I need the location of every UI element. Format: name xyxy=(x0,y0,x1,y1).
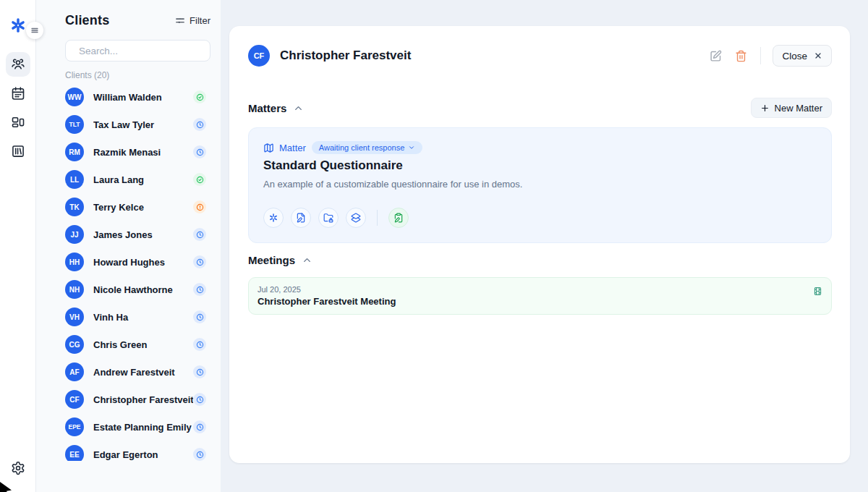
search-input[interactable] xyxy=(79,46,207,56)
edit-client-button[interactable] xyxy=(708,48,723,64)
client-avatar: JJ xyxy=(65,225,84,244)
filter-sliders-icon xyxy=(175,16,185,26)
client-avatar: CG xyxy=(65,335,84,354)
users-icon xyxy=(11,57,25,72)
check-circle-icon xyxy=(196,93,204,101)
client-name: Razmik Menasi xyxy=(93,147,193,158)
status-alert-icon xyxy=(193,200,206,213)
client-avatar: HH xyxy=(65,253,84,271)
clock-icon xyxy=(196,423,204,431)
client-row[interactable]: NH Nicole Hawthorne xyxy=(65,276,210,303)
client-name: Tax Law Tyler xyxy=(93,119,193,130)
matters-title: Matters xyxy=(248,102,286,114)
matter-action-layers[interactable] xyxy=(346,208,366,228)
edit-pencil-icon xyxy=(710,50,722,62)
client-row[interactable]: CF Christopher Farestveit xyxy=(65,386,210,413)
matter-description: An example of a customizable questionnai… xyxy=(263,179,817,190)
app-window: Clients Filter Clients (20) WW William W… xyxy=(0,0,868,492)
boards-icon xyxy=(11,115,25,130)
clients-sidebar: Clients Filter Clients (20) WW William W… xyxy=(36,0,221,492)
sidebar-title: Clients xyxy=(65,13,109,28)
client-name: Chris Green xyxy=(93,339,193,350)
matter-action-folder-lock[interactable] xyxy=(318,208,339,228)
client-row[interactable]: LL Laura Lang xyxy=(65,166,210,193)
matter-meta-row: Matter Awaiting client response xyxy=(263,141,817,154)
client-avatar: TK xyxy=(65,198,84,216)
client-list: WW William Walden TLT Tax Law Tyler RM R… xyxy=(65,83,210,461)
matter-type-label: Matter xyxy=(279,143,306,153)
matters-section-header: Matters New Matter xyxy=(248,98,832,118)
chevron-down-icon xyxy=(408,144,415,151)
clients-count-label: Clients (20) xyxy=(65,70,210,80)
status-pending-icon xyxy=(193,255,206,268)
client-avatar: TLT xyxy=(65,115,84,134)
status-done-icon xyxy=(193,90,206,103)
client-name: Christopher Farestveit xyxy=(93,394,193,405)
matter-card[interactable]: Matter Awaiting client response Standard… xyxy=(248,127,832,243)
calendar-icon xyxy=(11,86,25,101)
client-row[interactable]: WW William Walden xyxy=(65,83,210,111)
rail-item-settings[interactable] xyxy=(6,456,30,480)
client-row[interactable]: EE Edgar Egerton xyxy=(65,441,210,461)
clock-icon xyxy=(196,231,204,239)
client-name: Vinh Ha xyxy=(93,312,193,323)
sidebar-collapse-button[interactable] xyxy=(26,22,43,39)
meeting-date: Jul 20, 2025 xyxy=(258,285,396,294)
mouse-cursor xyxy=(0,480,14,492)
action-divider xyxy=(377,210,378,226)
rail-item-clients[interactable] xyxy=(6,52,30,77)
rail-bottom xyxy=(6,456,30,480)
meeting-info: Jul 20, 2025 Christopher Farestveit Meet… xyxy=(258,284,396,308)
chevron-up-icon[interactable] xyxy=(293,103,304,114)
sidebar-header: Clients Filter xyxy=(65,13,210,28)
status-pending-icon xyxy=(193,420,206,433)
matter-status-label: Awaiting client response xyxy=(319,143,404,152)
client-row[interactable]: VH Vinh Ha xyxy=(65,303,210,331)
rail-item-library[interactable] xyxy=(6,139,30,164)
matter-action-file-edit[interactable] xyxy=(291,208,311,228)
delete-client-button[interactable] xyxy=(733,48,749,64)
meeting-card[interactable]: Jul 20, 2025 Christopher Farestveit Meet… xyxy=(248,277,832,315)
client-row[interactable]: TLT Tax Law Tyler xyxy=(65,111,210,138)
filter-button[interactable]: Filter xyxy=(175,15,210,26)
client-name: Edgar Egerton xyxy=(93,449,193,460)
matter-action-app-logo[interactable] xyxy=(263,208,284,228)
client-row[interactable]: JJ James Jones xyxy=(65,221,210,248)
client-name: Howard Hughes xyxy=(93,257,193,268)
client-row[interactable]: HH Howard Hughes xyxy=(65,248,210,276)
gear-icon xyxy=(11,461,25,475)
clock-icon xyxy=(196,341,204,349)
filter-label: Filter xyxy=(190,15,210,26)
clock-icon xyxy=(196,451,204,459)
clock-icon xyxy=(196,286,204,294)
new-matter-button[interactable]: New Matter xyxy=(751,98,832,118)
client-name: Andrew Farestveit xyxy=(93,367,193,378)
status-pending-icon xyxy=(193,338,206,351)
meeting-title: Christopher Farestveit Meeting xyxy=(258,296,396,307)
status-pending-icon xyxy=(193,228,206,241)
client-row[interactable]: AF Andrew Farestveit xyxy=(65,358,210,386)
client-avatar: AF xyxy=(65,362,84,381)
matter-status-pill[interactable]: Awaiting client response xyxy=(312,141,422,154)
client-detail-card: CF Christopher Farestveit Close xyxy=(229,26,850,463)
close-button[interactable]: Close xyxy=(773,45,832,67)
close-label: Close xyxy=(782,51,807,62)
layers-icon xyxy=(351,213,361,223)
header-divider xyxy=(760,47,761,64)
client-row[interactable]: TK Terry Kelce xyxy=(65,193,210,221)
status-pending-icon xyxy=(193,448,206,461)
meeting-recording-icon xyxy=(813,284,822,308)
rail-item-calendar[interactable] xyxy=(6,81,30,106)
client-avatar: NH xyxy=(65,280,84,299)
matter-map-icon xyxy=(263,143,274,153)
client-detail-name: Christopher Farestveit xyxy=(280,48,411,63)
icon-rail xyxy=(0,0,36,492)
matter-action-clipboard-edit[interactable] xyxy=(388,208,409,228)
rail-item-boards[interactable] xyxy=(6,110,30,135)
status-pending-icon xyxy=(193,365,206,378)
clock-icon xyxy=(196,148,204,156)
client-row[interactable]: CG Chris Green xyxy=(65,331,210,358)
chevron-up-icon[interactable] xyxy=(302,255,312,266)
client-row[interactable]: EPE Estate Planning Emily xyxy=(65,413,210,441)
client-row[interactable]: RM Razmik Menasi xyxy=(65,138,210,166)
